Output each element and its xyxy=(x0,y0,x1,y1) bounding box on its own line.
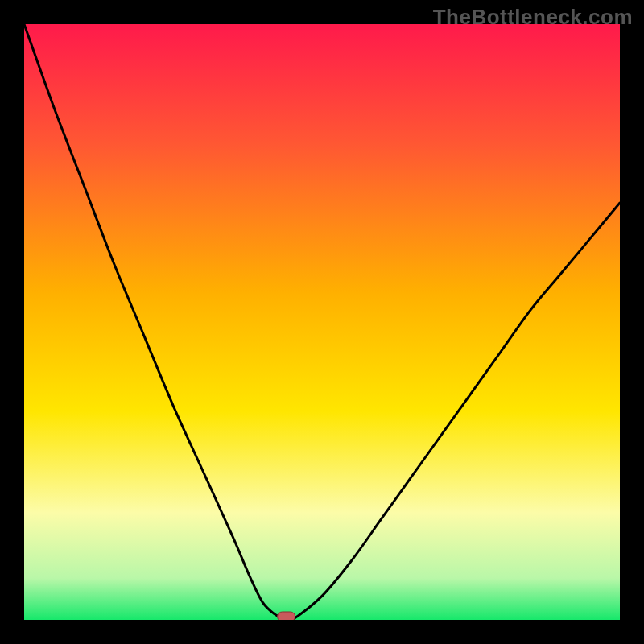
optimal-marker xyxy=(278,612,295,620)
gradient-background xyxy=(24,24,620,620)
chart-frame: TheBottleneck.com xyxy=(0,0,644,644)
chart-svg xyxy=(24,24,620,620)
watermark-text: TheBottleneck.com xyxy=(433,5,633,30)
plot-area xyxy=(24,24,620,620)
